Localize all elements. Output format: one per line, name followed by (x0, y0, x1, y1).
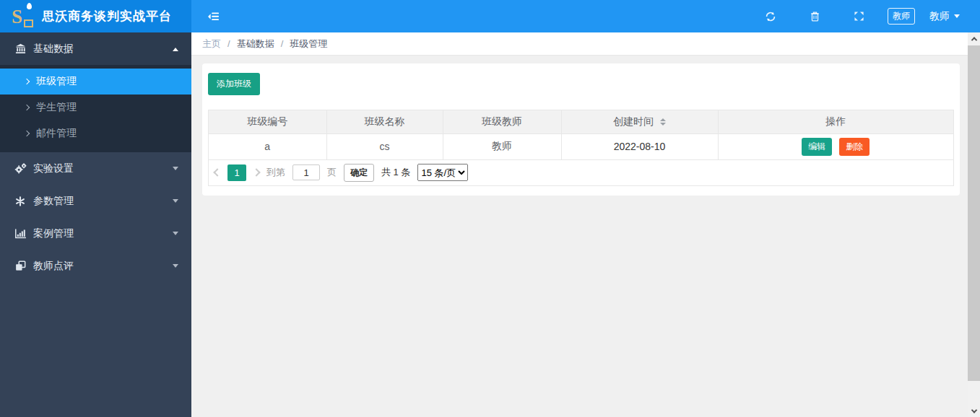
logo-cube-shape (24, 19, 33, 27)
sidebar-item-label: 基础数据 (33, 43, 173, 56)
sidebar-item-label: 案例管理 (33, 227, 173, 240)
prev-page-icon[interactable] (213, 168, 221, 176)
sidebar-item-student-management[interactable]: 学生管理 (0, 95, 191, 120)
scroll-up-icon[interactable] (968, 32, 980, 45)
chevron-down-icon (954, 14, 960, 21)
edit-button[interactable]: 编辑 (802, 138, 832, 156)
next-page-icon[interactable] (252, 168, 260, 176)
caret-down-icon (173, 232, 178, 238)
sort-icon[interactable] (660, 115, 666, 128)
column-teacher: 班级教师 (443, 110, 561, 133)
sidebar-item-basic-data[interactable]: 基础数据 (0, 32, 191, 65)
goto-prefix-label: 到第 (266, 166, 285, 179)
logo-letter: S (12, 4, 22, 29)
header-toolbar: 教师 教师 (732, 8, 980, 25)
confirm-page-button[interactable]: 确定 (344, 164, 374, 182)
caret-up-icon (173, 45, 178, 51)
class-table: 班级编号 班级名称 班级教师 创建时间 (208, 110, 954, 186)
cell-teacher: 教师 (443, 133, 561, 159)
sidebar-item-teacher-review[interactable]: 教师点评 (0, 250, 191, 282)
sidebar: 基础数据 班级管理 学生管理 邮件管理 (0, 32, 191, 417)
content-card: 添加班级 班级编号 班级名称 (202, 63, 960, 196)
goto-suffix-label: 页 (327, 166, 337, 179)
sidebar-toggle-icon[interactable] (207, 11, 220, 22)
breadcrumb: 主页 / 基础数据 / 班级管理 (191, 32, 968, 56)
breadcrumb-separator: / (281, 38, 284, 49)
breadcrumb-home[interactable]: 主页 (202, 38, 221, 51)
pagination: 1 到第 页 确定 共 1 条 15 条/页 (209, 160, 953, 185)
column-label: 班级编号 (247, 115, 287, 127)
current-page-button[interactable]: 1 (227, 164, 246, 181)
main-area: 主页 / 基础数据 / 班级管理 添加班级 班级编号 (191, 32, 968, 417)
page-size-select[interactable]: 15 条/页 (417, 164, 468, 181)
breadcrumb-current: 班级管理 (290, 38, 327, 51)
cell-class-id: a (209, 133, 326, 159)
chevron-right-icon (24, 79, 30, 84)
cell-class-name: cs (326, 133, 443, 159)
column-label: 创建时间 (613, 115, 654, 127)
column-class-name: 班级名称 (326, 110, 443, 133)
bank-icon (13, 43, 27, 54)
fullscreen-expand-icon[interactable] (854, 11, 864, 22)
column-class-id: 班级编号 (209, 110, 326, 133)
bar-chart-icon (13, 229, 27, 239)
role-badge[interactable]: 教师 (888, 8, 915, 25)
cell-actions: 编辑 删除 (718, 133, 953, 159)
logo-flame-shape (27, 3, 32, 9)
refresh-icon[interactable] (765, 11, 776, 22)
column-created-at[interactable]: 创建时间 (561, 110, 718, 133)
delete-button[interactable]: 删除 (839, 138, 870, 156)
scroll-down-icon[interactable] (968, 405, 980, 417)
caret-down-icon (173, 264, 178, 271)
breadcrumb-separator: / (227, 38, 230, 49)
total-count-label: 共 1 条 (381, 166, 410, 179)
sidebar-item-mail-management[interactable]: 邮件管理 (0, 120, 191, 146)
chevron-right-icon (24, 131, 30, 136)
sidebar-item-label: 实验设置 (33, 162, 173, 175)
column-label: 班级名称 (365, 115, 405, 127)
asterisk-icon (13, 196, 27, 206)
sidebar-item-case-management[interactable]: 案例管理 (0, 217, 191, 250)
sidebar-item-label: 参数管理 (33, 195, 173, 208)
page-number-input[interactable] (292, 164, 320, 180)
app-title: 思沃商务谈判实战平台 (42, 8, 172, 25)
sidebar-item-label: 教师点评 (33, 260, 173, 273)
cell-created-at: 2022-08-10 (561, 133, 718, 159)
column-actions: 操作 (718, 110, 953, 133)
table-row: a cs 教师 2022-08-10 编辑 删除 (209, 133, 953, 159)
scrollbar (968, 32, 980, 417)
sidebar-subitem-label: 学生管理 (36, 101, 77, 114)
app-header: S 思沃商务谈判实战平台 (0, 0, 980, 32)
sidebar-item-parameter-management[interactable]: 参数管理 (0, 185, 191, 217)
clone-icon (13, 260, 27, 271)
sidebar-item-experiment-settings[interactable]: 实验设置 (0, 152, 191, 185)
caret-down-icon (173, 199, 178, 206)
sidebar-subitem-label: 班级管理 (36, 75, 77, 88)
sidebar-subitem-label: 邮件管理 (36, 127, 77, 140)
scrollbar-thumb[interactable] (968, 45, 980, 381)
trash-icon[interactable] (810, 11, 820, 22)
add-class-button[interactable]: 添加班级 (208, 73, 260, 95)
cogs-icon (13, 163, 27, 174)
sidebar-item-class-management[interactable]: 班级管理 (0, 69, 191, 95)
logo-icon: S (10, 4, 36, 29)
user-menu-label: 教师 (929, 10, 950, 23)
column-label: 班级教师 (482, 115, 522, 127)
chevron-right-icon (24, 105, 30, 110)
caret-down-icon (173, 167, 178, 173)
table-header-row: 班级编号 班级名称 班级教师 创建时间 (209, 110, 953, 133)
user-menu[interactable]: 教师 (929, 10, 960, 23)
app-logo[interactable]: S 思沃商务谈判实战平台 (0, 0, 191, 32)
breadcrumb-basic-data[interactable]: 基础数据 (237, 38, 274, 51)
sidebar-submenu: 班级管理 学生管理 邮件管理 (0, 65, 191, 152)
app-root: S 思沃商务谈判实战平台 (0, 0, 980, 417)
column-label: 操作 (825, 115, 846, 127)
